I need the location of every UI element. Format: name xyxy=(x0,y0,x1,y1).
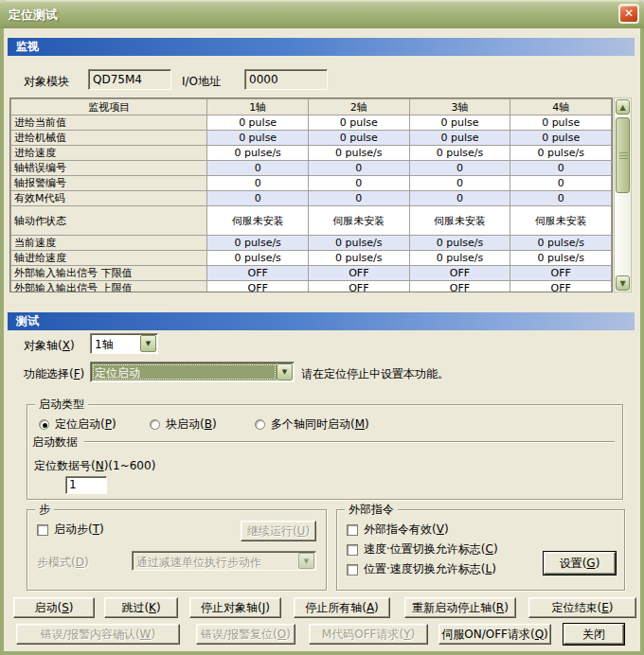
function-select-label: 功能选择(F) xyxy=(24,366,84,382)
error-alarm-reset-button: 错误/报警复位(O) xyxy=(196,624,295,645)
table-header-row: 监视项目1轴2轴3轴4轴 xyxy=(11,99,612,115)
monitor-value-cell: 0 pulse/s xyxy=(308,146,409,161)
monitor-value-cell: 0 pulse/s xyxy=(510,251,612,266)
column-header: 4轴 xyxy=(510,99,612,115)
checkbox-icon xyxy=(347,544,358,556)
start-type-group: 启动类型 定位启动(P)块启动(B)多个轴同时启动(M) 启动数据 定位数据号(… xyxy=(27,404,623,500)
monitor-table: 监视项目1轴2轴3轴4轴 进给当前值0 pulse0 pulse0 pulse0… xyxy=(10,98,612,292)
positioning-start-radio[interactable]: 定位启动(P) xyxy=(39,416,116,433)
multi-axis-start-radio[interactable]: 多个轴同时启动(M) xyxy=(255,416,369,433)
monitor-value-cell: 0 pulse/s xyxy=(207,236,309,251)
function-select[interactable]: 定位启动 ▼ xyxy=(90,362,295,382)
checkbox-label: 速度·位置切换允许标志(C) xyxy=(364,541,498,558)
close-button[interactable]: 关闭 xyxy=(564,624,624,645)
stop-all-axes-button[interactable]: 停止所有轴(A) xyxy=(294,597,390,618)
servo-onoff-request-button[interactable]: 伺服ON/OFF请求(Q) xyxy=(438,624,551,645)
monitor-value-cell: OFF xyxy=(308,266,409,281)
monitor-value-cell: 0 pulse xyxy=(308,131,409,146)
monitor-value-cell: 0 pulse/s xyxy=(409,251,510,266)
title-bar[interactable]: 定位测试 ✕ xyxy=(0,0,644,28)
stop-target-axis-button[interactable]: 停止对象轴(J) xyxy=(189,597,281,618)
positioning-data-no-input[interactable]: 1 xyxy=(65,476,107,494)
position-speed-switch-checkbox[interactable]: 位置·速度切换允许标志(L) xyxy=(347,561,496,577)
monitor-value-cell: OFF xyxy=(510,281,612,293)
table-row: 有效M代码0000 xyxy=(11,191,612,206)
monitor-value-cell: 0 xyxy=(409,176,510,191)
radio-icon xyxy=(255,419,265,430)
radio-label: 定位启动(P) xyxy=(55,416,116,433)
io-address-label: I/O地址 xyxy=(182,74,221,90)
monitor-value-cell: 0 pulse xyxy=(510,115,612,131)
set-button[interactable]: 设置(G) xyxy=(544,552,616,575)
scrollbar-down-icon[interactable]: ▼ xyxy=(616,275,630,291)
column-header: 1轴 xyxy=(207,99,309,115)
scrollbar-thumb[interactable] xyxy=(616,117,630,193)
monitor-value-cell: OFF xyxy=(409,281,510,293)
continue-run-button: 继续运行(U) xyxy=(241,521,316,541)
close-icon[interactable]: ✕ xyxy=(618,4,639,24)
monitor-value-cell: 0 xyxy=(207,176,309,191)
step-group-title: 步 xyxy=(35,503,54,516)
column-header: 3轴 xyxy=(409,99,510,115)
monitor-value-cell: 伺服未安装 xyxy=(409,206,510,236)
checkbox-icon xyxy=(347,524,358,536)
table-scrollbar[interactable]: ▲ ▼ xyxy=(614,97,632,292)
monitor-section-header: 监视 xyxy=(8,38,635,56)
monitor-value-cell: 0 xyxy=(409,161,510,176)
positioning-test-dialog: 定位测试 ✕ 监视 对象模块 QD75M4 I/O地址 0000 监视项目1轴2… xyxy=(0,0,644,655)
table-row: 外部输入输出信号 下限值OFFOFFOFFOFF xyxy=(11,266,612,281)
column-header: 监视项目 xyxy=(11,99,207,115)
target-module-field: QD75M4 xyxy=(88,69,171,90)
monitor-value-cell: OFF xyxy=(308,281,409,293)
monitor-value-cell: 0 xyxy=(308,161,409,176)
monitor-value-cell: OFF xyxy=(409,266,510,281)
scrollbar-up-icon[interactable]: ▲ xyxy=(616,99,630,115)
table-row: 轴进给速度0 pulse/s0 pulse/s0 pulse/s0 pulse/… xyxy=(11,251,612,266)
monitor-value-cell: 0 xyxy=(409,191,510,206)
monitor-item-label: 进给机械值 xyxy=(11,131,207,146)
block-start-radio[interactable]: 块启动(B) xyxy=(150,416,217,433)
io-address-field: 0000 xyxy=(244,69,328,90)
monitor-value-cell: 伺服未安装 xyxy=(308,206,409,236)
mcode-off-request-button: M代码OFF请求(Y) xyxy=(309,624,428,645)
monitor-item-label: 外部输入输出信号 上限值 xyxy=(11,281,207,293)
chevron-down-icon[interactable]: ▼ xyxy=(140,335,156,352)
scrollbar-grip xyxy=(619,152,628,160)
test-section-header: 测试 xyxy=(8,312,635,330)
button-row-2: 错误/报警内容确认(W)错误/报警复位(O)M代码OFF请求(Y)伺服ON/OF… xyxy=(4,624,640,646)
start-step-checkbox-label: 启动步(T) xyxy=(54,522,104,538)
monitor-item-label: 轴错误编号 xyxy=(11,161,207,176)
skip-button[interactable]: 跳过(K) xyxy=(104,597,178,618)
monitor-value-cell: 0 pulse/s xyxy=(409,236,510,251)
monitor-value-cell: 0 xyxy=(510,176,612,191)
monitor-value-cell: 0 pulse xyxy=(207,131,309,146)
radio-label: 多个轴同时启动(M) xyxy=(271,416,369,433)
target-axis-select[interactable]: 1轴 ▼ xyxy=(90,333,158,354)
monitor-value-cell: 0 xyxy=(510,191,612,206)
table-row: 进给机械值0 pulse0 pulse0 pulse0 pulse xyxy=(11,131,612,146)
external-command-valid-checkbox[interactable]: 外部指令有效(V) xyxy=(347,522,449,538)
start-button[interactable]: 启动(S) xyxy=(13,597,95,618)
restart-stopped-axis-button[interactable]: 重新启动停止轴(R) xyxy=(404,597,516,618)
window-title: 定位测试 xyxy=(9,7,58,24)
button-row-1: 启动(S)跳过(K)停止对象轴(J)停止所有轴(A)重新启动停止轴(R)定位结束… xyxy=(4,597,640,620)
monitor-value-cell: 0 xyxy=(308,176,409,191)
positioning-end-button[interactable]: 定位结束(E) xyxy=(528,597,636,618)
dialog-body: 监视 对象模块 QD75M4 I/O地址 0000 监视项目1轴2轴3轴4轴 进… xyxy=(4,28,640,651)
monitor-value-cell: 0 pulse/s xyxy=(207,251,309,266)
monitor-value-cell: 0 xyxy=(308,191,409,206)
target-module-label: 对象模块 xyxy=(24,74,69,90)
radio-icon xyxy=(150,419,160,430)
monitor-item-label: 有效M代码 xyxy=(11,191,207,206)
monitor-item-label: 轴动作状态 xyxy=(11,206,207,236)
monitor-value-cell: 0 xyxy=(510,161,612,176)
monitor-value-cell: OFF xyxy=(510,266,612,281)
start-step-checkbox[interactable]: 启动步(T) xyxy=(37,522,104,538)
table-row: 轴错误编号0000 xyxy=(11,161,612,176)
monitor-value-cell: 0 pulse/s xyxy=(308,251,409,266)
start-data-divider xyxy=(84,441,615,443)
radio-label: 块启动(B) xyxy=(166,416,217,433)
speed-position-switch-checkbox[interactable]: 速度·位置切换允许标志(C) xyxy=(347,541,498,558)
function-note: 请在定位停止中设置本功能。 xyxy=(301,366,449,382)
chevron-down-icon[interactable]: ▼ xyxy=(277,363,293,381)
